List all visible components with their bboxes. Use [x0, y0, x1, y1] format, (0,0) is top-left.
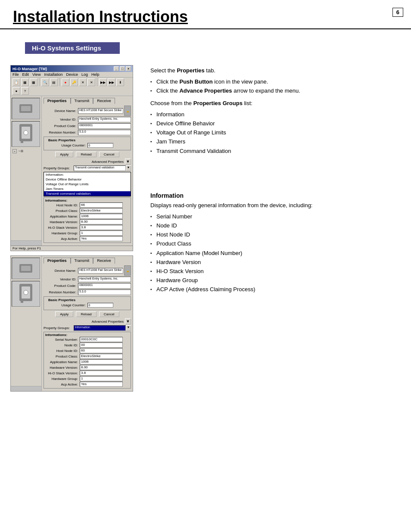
info-row-acp-1: Acp Active: Yes	[45, 236, 129, 241]
basic-props-legend-1: Basic Properties	[47, 138, 129, 142]
minimize-btn-1[interactable]: _	[114, 66, 119, 71]
info-value-host-1: 66	[80, 202, 123, 208]
toolbar-btn-6[interactable]: ●	[62, 78, 69, 86]
info-row-host-1: Host Node ID: 66	[45, 202, 129, 208]
menu-edit[interactable]: Edit	[22, 72, 29, 77]
adv-props-expand-btn-2[interactable]: ▼	[125, 318, 131, 324]
menu-installation[interactable]: Installation	[44, 72, 62, 77]
info-item-hio: Hi-O Stack Version	[150, 268, 401, 275]
prop-group-dropdown-btn-1[interactable]: ▼	[126, 165, 131, 171]
menubar-1: File Edit View Installation Device Log H…	[11, 72, 133, 78]
usage-counter-row-2: Usage Counter: 0	[46, 303, 129, 308]
toolbar-btn-11[interactable]: ▶▶	[108, 78, 115, 86]
info-label-hv: Hardware Version:	[45, 366, 80, 370]
info-row-app: Application Name: 1006	[45, 359, 129, 364]
adv-props-expand-btn-1[interactable]: ▼	[125, 159, 131, 165]
toolbar-btn-9[interactable]: ✕	[87, 78, 95, 86]
group-item-voltage: Voltage Out of Range Limits	[150, 129, 401, 137]
info-row-host: Host Node ID: 60	[45, 348, 129, 353]
prop-group-dropdown-btn-2[interactable]: ▼	[126, 325, 131, 331]
tab-receive-1[interactable]: Receive	[93, 98, 115, 104]
toolbar-btn-10[interactable]: ▶▶	[99, 78, 107, 86]
device-name-input-1[interactable]: HES HT1008 Fail Secure Strike	[78, 108, 123, 114]
tree-item-1[interactable]: + →⊟	[12, 149, 40, 154]
tree-panel-2	[11, 256, 42, 391]
group-item-transmit: Transmit Command Validation	[150, 147, 401, 155]
toolbar-sep-1	[39, 78, 40, 86]
info-row-node: Node ID: 00	[45, 342, 129, 348]
toolbar-btn-13[interactable]: ●	[12, 87, 20, 95]
instructions-column: Select the Properties tab. Click the Pus…	[146, 65, 401, 298]
info-item-hv: Hardware Version	[150, 258, 401, 266]
vendor-id-input-2[interactable]: Hanchett Entry Systems, Inc.	[78, 277, 131, 282]
dropdown-item-info[interactable]: Information:	[44, 172, 131, 177]
tab-bar-2: Properties Transmit Receive	[44, 258, 131, 264]
toolbar-btn-7[interactable]: 🔑	[70, 78, 78, 86]
menu-log[interactable]: Log	[81, 72, 88, 77]
revision-input-1[interactable]: 5.3.0	[78, 130, 131, 135]
device-name-input-2[interactable]: HES HT1008 Fail Secure Strike	[78, 268, 123, 274]
info-value-pc-1: ElectroStrike	[80, 208, 123, 213]
tree-icon-1: +	[12, 149, 17, 153]
win-content-2: Properties Transmit Receive Device Name:…	[11, 256, 133, 391]
cancel-btn-2[interactable]: Cancel	[99, 311, 119, 317]
apply-btn-1[interactable]: Apply	[55, 152, 73, 157]
tab-transmit-1[interactable]: Transmit	[71, 98, 93, 104]
menu-file[interactable]: File	[12, 72, 19, 77]
menu-help[interactable]: Help	[91, 72, 100, 77]
menu-device[interactable]: Device	[66, 72, 78, 77]
tab-properties-2[interactable]: Properties	[44, 258, 71, 264]
prop-group-select-1[interactable]: Transmit command validation	[74, 165, 126, 171]
product-code-input-1[interactable]: 08000001	[78, 123, 131, 129]
device-image	[12, 98, 40, 119]
product-code-label-2: Product Code:	[44, 284, 78, 288]
prop-group-select-2[interactable]: Information	[74, 325, 126, 331]
device-image-2	[12, 258, 40, 279]
device-icon-area-2	[12, 281, 40, 307]
screenshot-2: Properties Transmit Receive Device Name:…	[10, 255, 133, 392]
product-code-input-2[interactable]: 08000001	[78, 283, 131, 289]
menu-view[interactable]: View	[32, 72, 40, 77]
step-2-item: Click the Advance Properties arrow to ex…	[150, 87, 401, 95]
dropdown-item-offline[interactable]: Device Offline Behavior	[44, 177, 131, 182]
vendor-id-input-1[interactable]: Hanchett Entry Systems, Inc.	[78, 117, 131, 122]
info-box-2: Informations: Serial Number: 00010C0C No…	[44, 332, 131, 389]
cancel-btn-1[interactable]: Cancel	[99, 152, 119, 157]
toolbar-btn-5[interactable]: ▤	[50, 78, 58, 86]
titlebar-1: Hi-O Manager (TM) _ □ ×	[11, 65, 133, 72]
reload-btn-2[interactable]: Reload	[76, 311, 96, 317]
device-name-row-1: Device Name: HES HT1008 Fail Secure Stri…	[44, 106, 131, 116]
close-btn-1[interactable]: ×	[126, 66, 131, 71]
reload-btn-1[interactable]: Reload	[76, 152, 96, 157]
basic-props-box-2: Basic Properties Usage Counter: 0	[44, 296, 131, 310]
revision-input-2[interactable]: 5.3.0	[78, 289, 131, 295]
vendor-id-row-2: Vendor ID: Hanchett Entry Systems, Inc.	[44, 277, 131, 282]
info-row-serial: Serial Number: 00010C0C	[45, 337, 129, 342]
tab-receive-2[interactable]: Receive	[93, 258, 115, 264]
toolbar-btn-4[interactable]: 🔍	[41, 78, 49, 86]
info-row-hv-1: Hardware Version: 8.00	[45, 219, 129, 224]
dropdown-item-voltage[interactable]: Voltage Out of Range Limits	[44, 182, 131, 187]
revision-row-2: Revision Number: 5.3.0	[44, 289, 131, 295]
info-label-pc: Product Class:	[45, 355, 80, 358]
toolbar-btn-8[interactable]: ✕	[79, 78, 87, 86]
info-value-hio: 3.8	[80, 370, 123, 376]
toolbar-btn-14[interactable]: ?	[21, 87, 29, 95]
toolbar-btn-12[interactable]: ⬇	[116, 78, 124, 86]
page-title: Installation Instructions	[0, 0, 411, 29]
dropdown-item-jam[interactable]: Jam Timers	[44, 187, 131, 191]
info-item-acp: ACP Active (Address Claiming Process)	[150, 286, 401, 293]
maximize-btn-1[interactable]: □	[120, 66, 125, 71]
apply-btn-2[interactable]: Apply	[55, 311, 73, 317]
toolbar-btn-3[interactable]: ▦	[30, 78, 37, 86]
tab-properties-1[interactable]: Properties	[44, 98, 71, 104]
step1-bold: Push Button	[179, 78, 212, 85]
info-value-serial: 00010C0C	[80, 337, 123, 342]
dropdown-item-transmit[interactable]: Transmit command validation	[44, 191, 131, 196]
tab-bar-1: Properties Transmit Receive	[44, 98, 131, 104]
tab-transmit-2[interactable]: Transmit	[71, 258, 93, 264]
btn-row-1: Apply Reload Cancel	[44, 152, 131, 157]
toolbar-btn-2[interactable]: ▦	[21, 78, 29, 86]
product-code-row-2: Product Code: 08000001	[44, 283, 131, 289]
toolbar-btn-1[interactable]: 📋	[12, 78, 20, 86]
